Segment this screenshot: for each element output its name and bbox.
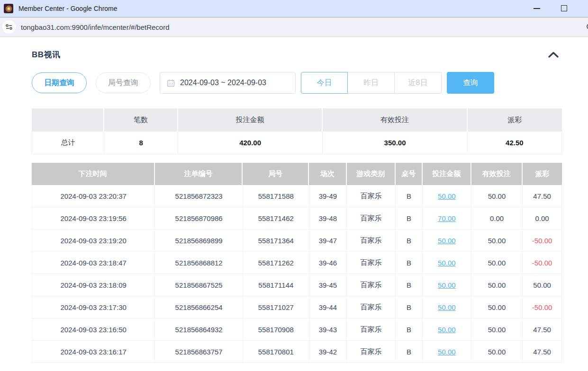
site-settings-icon[interactable] [2,20,16,34]
header-game-type: 游戏类别 [347,163,396,185]
bet-id-cell: 521856872323 [155,185,243,207]
game-type-cell: 百家乐 [347,207,396,229]
game-type-cell: 百家乐 [347,230,396,251]
date-range-picker[interactable]: 2024-09-03 ~ 2024-09-03 [160,72,296,94]
valid-bet-cell: 50.00 [471,274,523,296]
today-button[interactable]: 今日 [301,72,348,94]
table-no-cell: B [396,318,423,340]
url-text[interactable]: tongbao31.com:9900/infe/mcenter/#/betRec… [21,23,170,31]
bet-id-cell: 521856863757 [155,341,243,362]
records-table-header: 下注时间 注单编号 局号 场次 游戏类别 桌号 投注金额 有效投注 派彩 [32,163,562,185]
date-query-tab[interactable]: 日期查询 [32,72,87,93]
summary-total-bet-amount: 420.00 [178,132,323,154]
session-cell: 39-49 [309,185,347,207]
date-range-value: 2024-09-03 ~ 2024-09-03 [180,79,266,87]
bet-amount-cell: 50.00 [423,274,471,296]
round-query-tab[interactable]: 局号查询 [96,72,151,93]
session-cell: 39-48 [309,207,347,229]
bet-amount-cell: 50.00 [423,318,471,340]
bet-amount-link[interactable]: 50.00 [438,259,456,267]
payout-cell: 47.50 [523,341,562,362]
game-type-cell: 百家乐 [347,296,396,318]
bet-record-page: BB视讯 日期查询 局号查询 2024-09-03 ~ [0,37,588,363]
table-no-cell: B [396,207,423,229]
last-8-days-button[interactable]: 近8日 [395,72,442,94]
valid-bet-cell: 50.00 [471,296,523,318]
window-title: Member Center - Google Chrome [18,5,118,12]
bet-amount-link[interactable]: 50.00 [438,326,456,334]
collapse-panel-button[interactable] [548,52,559,58]
valid-bet-cell: 50.00 [471,252,523,274]
bet-amount-link[interactable]: 50.00 [438,192,456,200]
table-row: 2024-09-03 23:20:37521856872323558171588… [32,185,562,207]
table-row: 2024-09-03 23:19:20521856869899558171364… [32,230,562,252]
game-type-cell: 百家乐 [347,318,396,340]
bet-id-cell: 521856866254 [155,296,243,318]
bet-time-cell: 2024-09-03 23:19:56 [32,207,155,229]
bet-time-cell: 2024-09-03 23:20:37 [32,185,155,207]
filter-toolbar: 日期查询 局号查询 2024-09-03 ~ 2024-09-03 今日 昨日 … [32,72,562,94]
summary-header-valid-bet: 有效投注 [323,108,467,132]
header-bet-id: 注单编号 [155,163,243,185]
session-cell: 39-42 [309,341,347,362]
quick-range-group: 今日 昨日 近8日 [301,72,442,94]
header-session: 场次 [309,163,346,185]
table-no-cell: B [396,341,423,362]
valid-bet-cell: 0.00 [471,207,523,229]
minimize-button[interactable] [534,8,540,9]
header-payout: 派彩 [523,163,562,185]
search-button[interactable]: 查询 [447,72,494,94]
records-table-body: 2024-09-03 23:20:37521856872323558171588… [32,185,562,363]
bet-amount-cell: 50.00 [423,296,471,318]
bet-time-cell: 2024-09-03 23:18:47 [32,252,155,274]
summary-total-count: 8 [104,132,178,154]
chevron-up-icon [548,52,559,58]
bet-id-cell: 521856870986 [155,207,243,229]
round-id-cell: 558170801 [243,341,309,362]
address-bar[interactable]: tongbao31.com:9900/infe/mcenter/#/betRec… [0,17,588,37]
payout-cell: -50.00 [523,296,562,318]
header-valid-bet: 有效投注 [471,163,523,185]
bet-time-cell: 2024-09-03 23:17:30 [32,296,155,318]
valid-bet-cell: 50.00 [471,341,523,362]
window-titlebar: Member Center - Google Chrome [0,0,588,17]
game-type-cell: 百家乐 [347,185,396,207]
payout-cell: -50.00 [523,252,562,274]
maximize-button[interactable] [561,5,567,11]
summary-header-payout: 派彩 [468,108,562,132]
bet-amount-link[interactable]: 50.00 [438,348,456,356]
payout-cell: 47.50 [523,318,562,340]
round-id-cell: 558171262 [243,252,309,274]
valid-bet-cell: 50.00 [471,185,523,207]
bet-id-cell: 521856864932 [155,318,243,340]
summary-header-blank [32,108,104,132]
table-no-cell: B [396,185,423,207]
header-table-no: 桌号 [396,163,423,185]
bet-amount-cell: 50.00 [423,252,471,274]
bet-amount-link[interactable]: 50.00 [438,303,456,311]
payout-cell: 0.00 [523,207,562,229]
round-id-cell: 558170908 [243,318,309,340]
session-cell: 39-45 [309,274,347,296]
summary-header-bet-amount: 投注金额 [178,108,323,132]
bet-amount-cell: 70.00 [423,207,471,229]
summary-total-payout: 42.50 [468,132,562,154]
yesterday-button[interactable]: 昨日 [348,72,395,94]
bet-amount-link[interactable]: 70.00 [438,214,456,222]
calendar-icon [167,79,175,87]
bet-amount-cell: 50.00 [423,341,471,362]
bet-time-cell: 2024-09-03 23:16:17 [32,341,155,362]
summary-header-count: 笔数 [104,108,178,132]
bet-time-cell: 2024-09-03 23:18:09 [32,274,155,296]
bet-amount-link[interactable]: 50.00 [438,237,456,245]
table-no-cell: B [396,274,423,296]
bet-amount-link[interactable]: 50.00 [438,281,456,289]
header-bet-amount: 投注金额 [423,163,471,185]
bet-id-cell: 521856867525 [155,274,243,296]
game-type-cell: 百家乐 [347,274,396,296]
table-row: 2024-09-03 23:16:50521856864932558170908… [32,318,562,341]
bet-amount-cell: 50.00 [423,185,471,207]
table-row: 2024-09-03 23:16:17521856863757558170801… [32,341,562,363]
summary-table: 笔数 投注金额 有效投注 派彩 总计 8 420.00 350.00 42.50 [32,108,562,154]
round-id-cell: 558171462 [243,207,309,229]
